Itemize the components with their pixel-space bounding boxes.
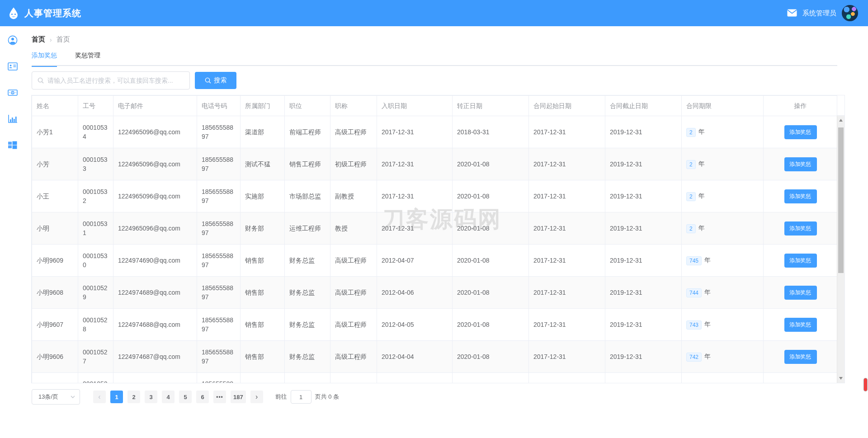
sidebar-item-chart[interactable]: [7, 114, 18, 124]
brand: 人事管理系统: [7, 7, 81, 19]
cell-title: 高级工程师: [330, 309, 377, 341]
main-content: 首页 › 首页 添加奖惩 奖惩管理 搜索 姓名工号电子邮件电话号: [25, 26, 868, 438]
table-body: 小芳1000105341224965096@qq.com18565558897渠…: [32, 116, 838, 384]
pager-page-6[interactable]: 6: [196, 391, 209, 403]
sidebar-item-user[interactable]: [7, 35, 18, 45]
search-button-label: 搜索: [214, 76, 227, 85]
cell-action: 添加奖惩: [764, 245, 838, 277]
cell-email: 1224965096@qq.com: [113, 212, 197, 245]
breadcrumb-home[interactable]: 首页: [32, 35, 45, 44]
table-scrollbar[interactable]: [837, 116, 844, 383]
pager-page-1[interactable]: 1: [110, 391, 123, 403]
table-row: 0001052185655588: [32, 373, 838, 384]
cell-contract_start: 2017-12-31: [529, 212, 605, 245]
bar-chart-icon: [8, 114, 18, 123]
tab-bar: 添加奖惩 奖惩管理: [32, 51, 837, 66]
page-size-select[interactable]: 13条/页: [32, 389, 80, 405]
tab-add-reward[interactable]: 添加奖惩: [32, 51, 57, 66]
cell-position: 运维工程师: [285, 212, 330, 245]
sidebar-item-grid[interactable]: [7, 140, 18, 150]
cell-regular_date: 2020-01-08: [453, 148, 529, 180]
cell-employee_id: 0001052: [78, 373, 113, 384]
cell-term: 2年: [682, 116, 764, 148]
cell-hire_date: 2012-04-06: [377, 277, 453, 309]
table-row: 小芳1000105341224965096@qq.com18565558897渠…: [32, 116, 838, 148]
cell-phone: 18565558897: [197, 148, 241, 180]
cell-position: 财务总监: [285, 277, 330, 309]
table-row: 小王000105321224965096@qq.com18565558897实施…: [32, 180, 838, 212]
scroll-down-icon[interactable]: [839, 377, 843, 380]
pager-page-2[interactable]: 2: [127, 391, 140, 403]
cell-action: 添加奖惩: [764, 309, 838, 341]
table-row: 小明9606000105271224974687@qq.com185655588…: [32, 341, 838, 373]
page-size-value: 13条/页: [38, 393, 58, 401]
cell-position: 销售工程师: [285, 148, 330, 180]
tab-reward-management[interactable]: 奖惩管理: [75, 51, 100, 66]
cell-name: 小芳1: [32, 116, 78, 148]
cell-title: 教授: [330, 212, 377, 245]
cell-hire_date: 2012-04-07: [377, 245, 453, 277]
column-header-contract_start: 合同起始日期: [529, 96, 605, 116]
cell-employee_id: 00010531: [78, 212, 113, 245]
cell-hire_date: 2017-12-31: [377, 148, 453, 180]
add-reward-button[interactable]: 添加奖惩: [784, 350, 817, 364]
pager-next-button[interactable]: ›: [250, 391, 263, 403]
cell-phone: 18565558897: [197, 277, 241, 309]
cell-term: 2年: [682, 148, 764, 180]
contract-term-badge: 744: [686, 288, 702, 297]
page-scrollbar-thumb[interactable]: [863, 378, 868, 391]
add-reward-button[interactable]: 添加奖惩: [784, 157, 817, 171]
sidebar-item-idcard[interactable]: [7, 61, 18, 71]
pager-prev-button[interactable]: ‹: [93, 391, 106, 403]
cell-title: 初级工程师: [330, 148, 377, 180]
pager-page-5[interactable]: 5: [179, 391, 192, 403]
contract-term-badge: 2: [686, 224, 696, 233]
search-button[interactable]: 搜索: [195, 72, 236, 89]
add-reward-button[interactable]: 添加奖惩: [784, 254, 817, 268]
avatar[interactable]: [842, 5, 858, 21]
add-reward-button[interactable]: 添加奖惩: [784, 318, 817, 332]
sidebar-item-money[interactable]: [7, 88, 18, 98]
pager-page-4[interactable]: 4: [162, 391, 175, 403]
cell-contract_end: 2019-12-31: [605, 277, 682, 309]
user-circle-icon: [8, 35, 18, 45]
cell-action: 添加奖惩: [764, 341, 838, 373]
current-user-label[interactable]: 系统管理员: [802, 9, 836, 18]
add-reward-button[interactable]: 添加奖惩: [784, 125, 817, 139]
goto-page-input[interactable]: [291, 390, 311, 404]
add-reward-button[interactable]: 添加奖惩: [784, 221, 817, 235]
cell-contract_start: [529, 373, 605, 384]
page-root: 人事管理系统 系统管理员: [0, 0, 868, 438]
search-box: [32, 71, 190, 89]
add-reward-button[interactable]: 添加奖惩: [784, 189, 817, 203]
table-row: 小明9608000105291224974689@qq.com185655588…: [32, 277, 838, 309]
cell-contract_end: 2019-12-31: [605, 116, 682, 148]
contract-term-badge: 742: [686, 353, 702, 362]
pager-page-187[interactable]: 187: [231, 391, 246, 403]
cell-position: [285, 373, 330, 384]
pager-more-button[interactable]: •••: [213, 391, 226, 403]
add-reward-button[interactable]: 添加奖惩: [784, 286, 817, 300]
cell-department: 渠道部: [241, 116, 285, 148]
table-scrollbar-thumb[interactable]: [838, 127, 844, 273]
scroll-up-icon[interactable]: [839, 119, 843, 122]
cell-name: 小明9608: [32, 277, 78, 309]
mail-icon[interactable]: [787, 9, 797, 17]
breadcrumb: 首页 › 首页: [32, 35, 70, 44]
pager-page-3[interactable]: 3: [145, 391, 157, 403]
cell-position: 财务总监: [285, 245, 330, 277]
column-header-phone: 电话号码: [197, 96, 241, 116]
app-title: 人事管理系统: [24, 7, 81, 19]
cell-email: 1224965096@qq.com: [113, 180, 197, 212]
cell-email: 1224965096@qq.com: [113, 148, 197, 180]
app-header: 人事管理系统 系统管理员: [0, 0, 868, 26]
grid-icon: [8, 141, 18, 150]
cell-phone: 18565558897: [197, 341, 241, 373]
cell-hire_date: 2017-12-31: [377, 212, 453, 245]
cell-position: 财务总监: [285, 341, 330, 373]
sidebar: [0, 26, 25, 438]
total-label: 页共 0 条: [315, 393, 339, 401]
cell-term: 2年: [682, 212, 764, 245]
cell-employee_id: 00010529: [78, 277, 113, 309]
search-input[interactable]: [47, 77, 184, 84]
